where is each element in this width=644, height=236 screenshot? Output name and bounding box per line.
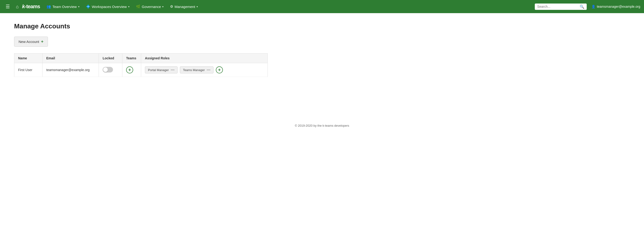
user-email: teamsmanager@example.org bbox=[597, 5, 640, 8]
user-email-cell: teamsmanager@example.org bbox=[42, 63, 99, 77]
add-teams-button[interactable]: + bbox=[126, 66, 133, 73]
search-box: 🔍 bbox=[535, 3, 587, 10]
role-badge-teams-manager: Teams Manager — bbox=[180, 66, 214, 73]
table-body: First User teamsmanager@example.org + Po… bbox=[14, 63, 268, 77]
navbar: ☰ ⌂ k-teams 👥 Team Overview ▾ 💠 Workspac… bbox=[0, 0, 644, 13]
home-button[interactable]: ⌂ bbox=[14, 2, 21, 11]
user-roles-cell: Portal Manager — Teams Manager — + bbox=[141, 63, 268, 77]
user-locked-cell bbox=[99, 63, 122, 77]
search-icon: 🔍 bbox=[580, 4, 584, 9]
user-teams-cell: + bbox=[122, 63, 141, 77]
add-role-button[interactable]: + bbox=[216, 66, 223, 73]
search-input[interactable] bbox=[537, 5, 578, 8]
nav-workspaces-label: Workspaces Overview bbox=[92, 5, 127, 9]
main-content: Manage Accounts New Account + Name Email… bbox=[0, 13, 282, 86]
user-name-cell: First User bbox=[14, 63, 42, 77]
remove-portal-manager-icon[interactable]: — bbox=[171, 68, 174, 72]
nav-governance-label: Governance bbox=[142, 5, 161, 9]
nav-governance[interactable]: 🌿 Governance ▾ bbox=[133, 3, 166, 10]
chevron-down-icon-4: ▾ bbox=[196, 5, 198, 8]
nav-management[interactable]: ⚙ Management ▾ bbox=[167, 3, 200, 10]
new-account-button[interactable]: New Account + bbox=[14, 37, 48, 47]
teams-manager-label: Teams Manager bbox=[183, 68, 205, 72]
team-overview-icon: 👥 bbox=[46, 4, 51, 9]
brand-logo: k-teams bbox=[22, 3, 40, 10]
nav-team-overview[interactable]: 👥 Team Overview ▾ bbox=[44, 3, 82, 10]
role-badge-portal-manager: Portal Manager — bbox=[145, 66, 178, 73]
chevron-down-icon-2: ▾ bbox=[128, 5, 130, 8]
plus-icon: + bbox=[41, 39, 44, 44]
chevron-down-icon: ▾ bbox=[78, 5, 80, 8]
nav-management-label: Management bbox=[174, 5, 195, 9]
col-header-email: Email bbox=[42, 53, 99, 63]
chevron-down-icon-3: ▾ bbox=[162, 5, 164, 8]
roles-container: Portal Manager — Teams Manager — + bbox=[145, 66, 264, 73]
footer-text: © 2019-2020 by the k-teams developers bbox=[295, 124, 349, 127]
workspaces-icon: 💠 bbox=[86, 4, 90, 9]
hamburger-button[interactable]: ☰ bbox=[4, 2, 12, 11]
col-header-locked: Locked bbox=[99, 53, 122, 63]
col-header-teams: Teams bbox=[122, 53, 141, 63]
management-icon: ⚙ bbox=[170, 4, 173, 9]
table-row: First User teamsmanager@example.org + Po… bbox=[14, 63, 268, 77]
nav-workspaces-overview[interactable]: 💠 Workspaces Overview ▾ bbox=[83, 3, 132, 10]
accounts-table: Name Email Locked Teams Assigned Roles F… bbox=[14, 53, 268, 77]
new-account-label: New Account bbox=[18, 40, 39, 44]
nav-team-overview-label: Team Overview bbox=[52, 5, 76, 9]
portal-manager-label: Portal Manager bbox=[148, 68, 169, 72]
governance-icon: 🌿 bbox=[136, 4, 140, 9]
col-header-name: Name bbox=[14, 53, 42, 63]
page-title: Manage Accounts bbox=[14, 22, 268, 30]
user-info: 👤 teamsmanager@example.org bbox=[592, 5, 640, 8]
col-header-roles: Assigned Roles bbox=[141, 53, 268, 63]
footer: © 2019-2020 by the k-teams developers bbox=[0, 114, 644, 137]
locked-toggle[interactable] bbox=[103, 67, 113, 72]
table-header: Name Email Locked Teams Assigned Roles bbox=[14, 53, 268, 63]
remove-teams-manager-icon[interactable]: — bbox=[207, 68, 210, 72]
user-icon: 👤 bbox=[592, 5, 596, 8]
